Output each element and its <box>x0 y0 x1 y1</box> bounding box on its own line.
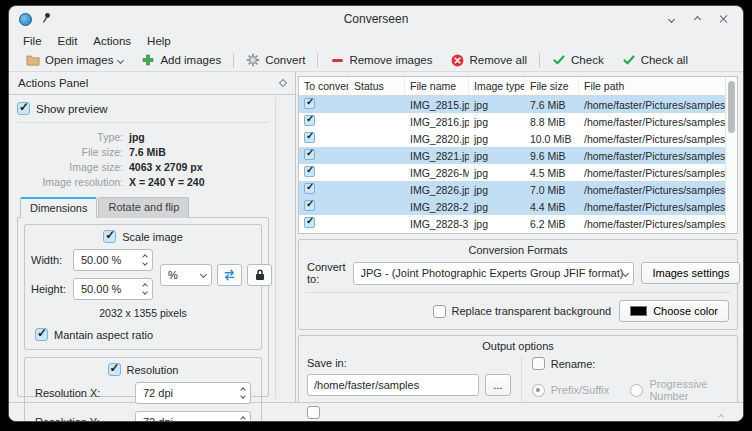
converseen-window: Converseen FileEditActionsHelp Open imag… <box>8 5 744 422</box>
toolbar-remove-images-button[interactable]: Remove images <box>321 52 441 68</box>
info-value: X = 240 Y = 240 <box>129 176 269 188</box>
format-combobox[interactable]: JPG - (Joint Photographic Experts Group … <box>353 262 635 285</box>
cell-image-type: jpg <box>469 133 525 145</box>
toolbar-separator <box>233 53 234 68</box>
width-label: Width: <box>31 254 68 266</box>
replace-bg-row[interactable]: Replace transparent background <box>433 305 612 318</box>
cell-image-type: jpg <box>469 150 525 162</box>
spin-arrows[interactable] <box>241 417 245 422</box>
aspect-ratio-checkbox[interactable] <box>35 328 48 341</box>
close-button[interactable] <box>713 11 733 27</box>
toolbar-button-label: Convert <box>265 54 305 66</box>
height-spinbox[interactable]: 50.00 % <box>73 278 153 300</box>
to-convert-checkbox[interactable] <box>304 132 315 143</box>
toolbar-button-label: Add images <box>160 54 221 66</box>
toolbar-remove-all-button[interactable]: Remove all <box>442 52 537 68</box>
menu-help[interactable]: Help <box>139 35 179 47</box>
scale-image-checkbox[interactable] <box>103 230 116 243</box>
aspect-ratio-row[interactable]: Mantain aspect ratio <box>31 328 255 341</box>
resolution-x-label: Resolution X: <box>35 387 135 399</box>
show-preview-checkbox[interactable] <box>17 102 30 115</box>
prefix-suffix-radio-row[interactable]: Prefix/Suffix <box>532 378 631 402</box>
save-in-input[interactable] <box>307 374 479 396</box>
column-header-status[interactable]: Status <box>349 77 405 95</box>
column-header-file-path[interactable]: File path <box>579 77 737 95</box>
table-row[interactable]: IMG_2816.jpgjpg8.8 MiB/home/faster/Pictu… <box>299 113 737 130</box>
cell-image-type: jpg <box>469 184 525 196</box>
toolbar-add-images-button[interactable]: Add images <box>132 52 230 68</box>
table-row[interactable]: IMG_2828-3.jpgjpg6.2 MiB/home/faster/Pic… <box>299 215 737 232</box>
to-convert-checkbox[interactable] <box>304 149 315 160</box>
reset-dimensions-button[interactable] <box>217 264 242 286</box>
resolution-x-spinbox[interactable]: 72 dpi <box>135 382 251 404</box>
width-spinbox[interactable]: 50.00 % <box>73 249 153 271</box>
menu-edit[interactable]: Edit <box>50 35 86 47</box>
column-header-file-name[interactable]: File name <box>405 77 469 95</box>
save-in-label: Save in: <box>307 357 511 369</box>
spin-arrows[interactable] <box>143 255 147 265</box>
unit-combobox[interactable]: % <box>160 264 212 286</box>
info-value: 7.6 MiB <box>129 146 269 158</box>
spin-arrows[interactable] <box>143 284 147 294</box>
conversion-formats-group: Conversion Formats Convert to: JPG - (Jo… <box>298 239 738 330</box>
resolution-title-row[interactable]: Resolution <box>31 358 255 382</box>
tab-rotate-and-flip[interactable]: Rotate and flip <box>98 197 189 218</box>
remove-minus-icon <box>330 53 344 67</box>
table-row[interactable]: IMG_2826.jpgjpg7.0 MiB/home/faster/Pictu… <box>299 181 737 198</box>
toolbar-check-all-button[interactable]: Check all <box>613 52 697 68</box>
table-row[interactable]: IMG_2821.jpgjpg9.6 MiB/home/faster/Pictu… <box>299 147 737 164</box>
lock-aspect-button[interactable] <box>247 264 272 286</box>
prefix-suffix-radio[interactable] <box>532 384 545 397</box>
toolbar-check-button[interactable]: Check <box>543 52 613 68</box>
choose-color-button[interactable]: Choose color <box>619 300 729 322</box>
cell-file-name: IMG_2828-3.jpg <box>405 218 469 230</box>
actions-panel: Actions Panel Show preview Type:jpgFile … <box>9 72 296 402</box>
rename-checkbox[interactable] <box>532 357 545 370</box>
minimize-button[interactable] <box>661 11 681 27</box>
toolbar-open-images-button[interactable]: Open images <box>17 52 132 68</box>
to-convert-checkbox[interactable] <box>304 115 315 126</box>
progressive-number-radio[interactable] <box>630 384 643 397</box>
to-convert-checkbox[interactable] <box>304 98 315 109</box>
prefix-suffix-label: Prefix/Suffix <box>551 384 610 396</box>
spin-arrows[interactable] <box>241 388 245 398</box>
to-convert-checkbox[interactable] <box>304 166 315 177</box>
toolbar-convert-button[interactable]: Convert <box>237 52 314 68</box>
resolution-checkbox[interactable] <box>108 363 121 376</box>
progressive-number-radio-row[interactable]: Progressive Number <box>630 378 729 402</box>
column-header-to-convert[interactable]: To convert <box>299 77 349 95</box>
cell-file-path: /home/faster/Pictures/samples <box>579 99 737 111</box>
cell-image-type: jpg <box>469 218 525 230</box>
scale-image-title-row[interactable]: Scale image <box>31 225 255 249</box>
to-convert-checkbox[interactable] <box>304 217 315 228</box>
tab-dimensions[interactable]: Dimensions <box>20 197 97 218</box>
table-row[interactable]: IMG_2820.jpgjpg10.0 MiB/home/faster/Pict… <box>299 130 737 147</box>
menu-file[interactable]: File <box>15 35 50 47</box>
maximize-button[interactable] <box>687 11 707 27</box>
table-row[interactable]: IMG_2828-2.jpgjpg4.4 MiB/home/faster/Pic… <box>299 198 737 215</box>
table-row[interactable]: IMG_2826-Mo...jpg4.5 MiB/home/faster/Pic… <box>299 164 737 181</box>
panel-scroll-track[interactable] <box>275 97 276 399</box>
rename-row[interactable]: Rename: <box>532 357 729 370</box>
table-scrollbar[interactable] <box>725 77 737 233</box>
table-row[interactable]: IMG_2815.jpgjpg7.6 MiB/home/faster/Pictu… <box>299 96 737 113</box>
to-convert-checkbox[interactable] <box>304 183 315 194</box>
resolution-y-spinbox[interactable]: 72 dpi <box>135 411 251 422</box>
output-options-title: Output options <box>307 336 729 357</box>
cell-file-name: IMG_2815.jpg <box>405 99 469 111</box>
to-convert-checkbox[interactable] <box>304 200 315 211</box>
scrollbar-thumb[interactable] <box>728 81 735 133</box>
column-header-file-size[interactable]: File size <box>525 77 579 95</box>
info-label: Type: <box>17 131 123 143</box>
images-directory-checkbox[interactable] <box>307 406 320 419</box>
browse-button[interactable]: ... <box>485 374 511 396</box>
cell-file-size: 6.2 MiB <box>525 218 579 230</box>
column-header-image-type[interactable]: Image type <box>469 77 525 95</box>
replace-bg-checkbox[interactable] <box>433 305 446 318</box>
float-panel-icon[interactable] <box>279 79 287 87</box>
menu-actions[interactable]: Actions <box>85 35 139 47</box>
images-settings-button[interactable]: Images settings <box>641 262 740 284</box>
show-preview-row[interactable]: Show preview <box>17 102 269 115</box>
table-body: IMG_2815.jpgjpg7.6 MiB/home/faster/Pictu… <box>299 96 737 232</box>
remove-circle-icon <box>451 53 465 67</box>
